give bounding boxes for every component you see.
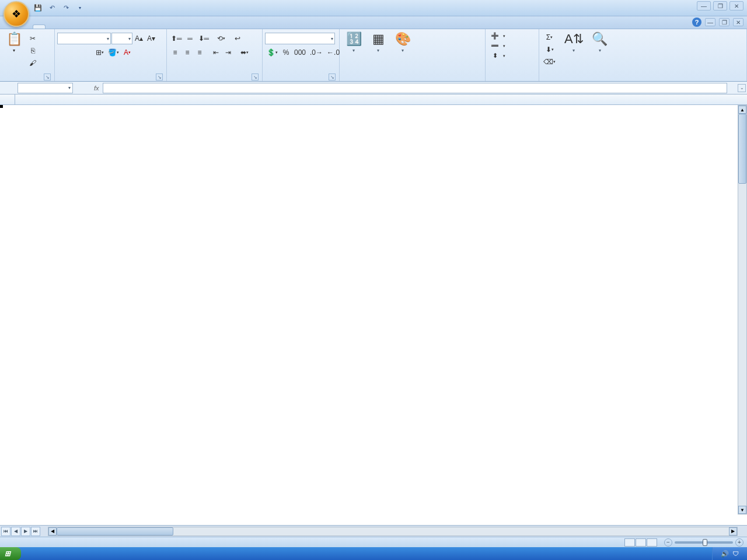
wrap-text-icon[interactable]: ↩ [232, 33, 243, 44]
zoom-out-icon[interactable]: − [664, 538, 672, 547]
scroll-down-icon[interactable]: ▼ [738, 506, 746, 514]
group-alignment-label: ↘ [169, 80, 260, 81]
title-bar: ❖ 💾 ↶ ↷ ▾ — ❐ ✕ [0, 0, 747, 16]
fx-icon[interactable]: fx [90, 85, 103, 92]
merge-icon[interactable]: ⬌▾ [239, 47, 250, 58]
tab-view[interactable] [104, 25, 116, 29]
fill-color-icon[interactable]: 🪣▾ [106, 47, 121, 58]
dialog-launcher-icon[interactable]: ↘ [156, 74, 163, 80]
view-normal-icon[interactable] [624, 538, 635, 547]
redo-icon[interactable]: ↷ [61, 3, 71, 13]
sheet-nav-next-icon[interactable]: ▶ [21, 527, 30, 536]
comma-icon[interactable]: 000 [292, 47, 308, 58]
close-button[interactable]: ✕ [729, 1, 743, 10]
format-cells-button[interactable]: ⬍▾ [488, 51, 508, 60]
tab-formulas[interactable] [69, 25, 81, 29]
expand-formula-bar-icon[interactable]: ⌄ [738, 84, 746, 92]
conditional-formatting-button[interactable]: 🔢 [342, 30, 365, 55]
currency-icon[interactable]: 💲▾ [265, 47, 280, 58]
zoom-slider[interactable] [675, 541, 733, 544]
sort-filter-button[interactable]: A⇅ [561, 30, 587, 55]
tab-review[interactable] [92, 25, 104, 29]
align-left-icon[interactable]: ≡ [169, 47, 181, 58]
office-button[interactable]: ❖ [4, 1, 29, 27]
dialog-launcher-icon[interactable]: ↘ [44, 74, 51, 80]
ribbon: 📋 ▾ ✂ ⎘ 🖌 ↘ A▴ A▾ ⊞▾ [0, 29, 747, 82]
table-icon: ▦ [372, 32, 385, 47]
paste-button[interactable]: 📋 ▾ [2, 30, 26, 55]
underline-button[interactable] [82, 47, 93, 58]
orientation-icon[interactable]: ⟲▾ [215, 33, 227, 44]
sheet-nav-last-icon[interactable]: ⏭ [31, 527, 40, 536]
insert-cells-button[interactable]: ➕▾ [488, 32, 508, 40]
horizontal-scrollbar[interactable]: ◀ ▶ [48, 527, 738, 536]
doc-restore-button[interactable]: ❐ [719, 18, 729, 26]
tray-icon[interactable]: 🔊 [721, 550, 729, 558]
sheet-nav-prev-icon[interactable]: ◀ [11, 527, 20, 536]
formula-bar-row: fx ⌄ [0, 82, 747, 94]
insert-icon: ➕ [490, 32, 500, 40]
copy-icon[interactable]: ⎘ [27, 45, 39, 57]
worksheet-grid[interactable]: ▲ ▼ [0, 94, 747, 525]
vertical-scrollbar[interactable]: ▲ ▼ [738, 105, 747, 514]
decrease-decimal-icon[interactable]: ←.0 [325, 47, 341, 58]
view-page-break-icon[interactable] [647, 538, 657, 547]
vscroll-thumb[interactable] [738, 114, 746, 184]
cut-icon[interactable]: ✂ [27, 33, 39, 44]
doc-minimize-button[interactable]: — [705, 18, 715, 26]
tab-insert[interactable] [46, 25, 57, 29]
undo-icon[interactable]: ↶ [47, 3, 57, 13]
percent-icon[interactable]: % [280, 47, 292, 58]
number-format-combo[interactable] [265, 33, 335, 44]
group-styles-label [342, 80, 483, 81]
shrink-font-icon[interactable]: A▾ [145, 33, 157, 44]
doc-close-button[interactable]: ✕ [733, 18, 743, 26]
font-size-combo[interactable] [111, 33, 132, 44]
tab-page-layout[interactable] [57, 25, 69, 29]
cell-styles-button[interactable]: 🎨 [391, 30, 414, 55]
align-right-icon[interactable]: ≡ [194, 47, 205, 58]
font-color-icon[interactable]: A▾ [121, 47, 133, 58]
clear-icon[interactable]: ⌫▾ [542, 56, 557, 68]
tray-icon[interactable]: 🛡 [732, 550, 739, 557]
zoom-in-icon[interactable]: + [735, 538, 743, 547]
align-center-icon[interactable]: ≡ [181, 47, 193, 58]
dialog-launcher-icon[interactable]: ↘ [329, 74, 336, 80]
autosum-icon[interactable]: Σ▾ [542, 32, 557, 43]
delete-cells-button[interactable]: ➖▾ [488, 41, 508, 50]
tab-data[interactable] [81, 25, 92, 29]
align-middle-icon[interactable]: ═ [184, 33, 196, 44]
dialog-launcher-icon[interactable]: ↘ [252, 74, 259, 80]
italic-button[interactable] [69, 47, 81, 58]
grow-font-icon[interactable]: A▴ [133, 33, 145, 44]
formula-input[interactable] [103, 83, 727, 93]
minimize-button[interactable]: — [697, 1, 711, 10]
bold-button[interactable] [57, 47, 69, 58]
increase-decimal-icon[interactable]: .0→ [308, 47, 324, 58]
scroll-left-icon[interactable]: ◀ [48, 527, 57, 536]
scroll-right-icon[interactable]: ▶ [729, 527, 737, 536]
view-page-layout-icon[interactable] [636, 538, 646, 547]
format-as-table-button[interactable]: ▦ [366, 30, 390, 55]
fill-icon[interactable]: ⬇▾ [542, 44, 557, 55]
system-tray[interactable]: 🔊 🛡 [712, 547, 747, 560]
format-painter-icon[interactable]: 🖌 [27, 57, 39, 69]
find-select-button[interactable]: 🔍 [588, 30, 612, 55]
align-bottom-icon[interactable]: ⬇═ [197, 33, 211, 44]
sheet-nav-first-icon[interactable]: ⏮ [1, 527, 11, 536]
decrease-indent-icon[interactable]: ⇤ [210, 47, 222, 58]
align-top-icon[interactable]: ⬆═ [169, 33, 184, 44]
select-all-corner[interactable] [0, 94, 15, 104]
restore-button[interactable]: ❐ [713, 1, 727, 10]
increase-indent-icon[interactable]: ⇥ [222, 47, 234, 58]
qat-customize-icon[interactable]: ▾ [75, 3, 85, 13]
save-icon[interactable]: 💾 [33, 3, 43, 13]
help-icon[interactable]: ? [692, 18, 701, 27]
start-button[interactable]: ⊞ [0, 547, 21, 560]
hscroll-thumb[interactable] [57, 527, 173, 536]
scroll-up-icon[interactable]: ▲ [738, 106, 746, 114]
border-icon[interactable]: ⊞▾ [94, 47, 106, 58]
name-box[interactable] [18, 83, 73, 93]
font-name-combo[interactable] [57, 33, 111, 44]
tab-home[interactable] [33, 24, 46, 29]
